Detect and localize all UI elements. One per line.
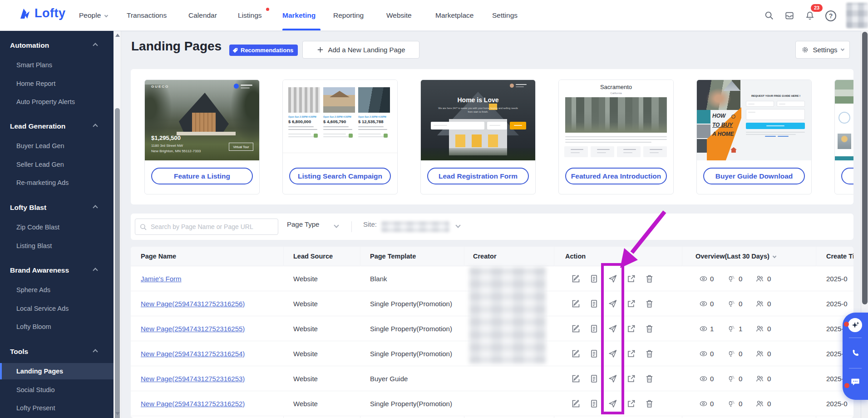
page-scrollbar-thumb[interactable] (862, 32, 868, 304)
share-icon[interactable] (626, 399, 636, 408)
settings-button[interactable]: Settings (795, 41, 850, 59)
avatar[interactable] (846, 3, 868, 28)
copy-icon[interactable] (589, 324, 599, 333)
search-input[interactable] (151, 219, 276, 234)
partial-template-button[interactable] (841, 168, 853, 184)
copy-icon[interactable] (589, 374, 599, 383)
sidebar-section-tools[interactable]: Tools (10, 345, 105, 358)
page-name-link[interactable]: New Page(259474312752316253) (141, 366, 245, 391)
delete-icon[interactable] (645, 349, 654, 358)
sidebar-item-landing-pages[interactable]: Landing Pages (0, 363, 113, 379)
search-box[interactable] (135, 219, 278, 235)
nav-item-reporting[interactable]: Reporting (333, 0, 364, 31)
copy-icon[interactable] (589, 299, 599, 309)
nav-item-marketing[interactable]: Marketing (282, 0, 316, 31)
chat-icon[interactable] (850, 377, 860, 387)
send-icon[interactable] (608, 349, 617, 358)
buyer-guide-download-button[interactable]: Buyer Guide Download (703, 168, 805, 184)
phone-icon[interactable] (850, 348, 860, 358)
sidebar-item-buyer-lead-gen[interactable]: Buyer Lead Gen (0, 138, 113, 154)
site-dropdown-value-blurred[interactable] (381, 221, 449, 232)
bell-icon[interactable] (805, 10, 815, 20)
copy-icon[interactable] (589, 399, 599, 408)
sidebar-item-local-service-ads[interactable]: Local Service Ads (0, 300, 113, 317)
send-icon[interactable] (608, 399, 617, 408)
send-icon[interactable] (608, 299, 617, 309)
nav-item-settings[interactable]: Settings (492, 0, 518, 31)
recommendations-badge[interactable]: Recommendations (229, 45, 298, 56)
delete-icon[interactable] (645, 274, 654, 284)
delete-icon[interactable] (645, 299, 654, 309)
sort-chevron-icon[interactable] (773, 254, 776, 258)
page-type-dropdown[interactable]: Page Type (287, 220, 319, 228)
sidebar-item-zip-code-blast[interactable]: Zip Code Blast (0, 219, 113, 235)
nav-item-listings[interactable]: Listings (238, 0, 262, 31)
sidebar-item-home-report[interactable]: Home Report (0, 75, 113, 92)
delete-icon[interactable] (645, 399, 654, 408)
share-icon[interactable] (626, 349, 636, 358)
send-icon[interactable] (608, 274, 617, 284)
share-icon[interactable] (626, 274, 636, 284)
sidebar-item-re-marketing-ads[interactable]: Re-marketing Ads (0, 174, 113, 191)
nav-item-website[interactable]: Website (386, 0, 412, 31)
lead-registration-form-button[interactable]: Lead Registration Form (427, 168, 529, 184)
help-icon[interactable]: ? (825, 10, 836, 21)
sidebar-item-lofty-bloom[interactable]: Lofty Bloom (0, 318, 113, 335)
inbox-icon[interactable] (784, 10, 794, 20)
delete-icon[interactable] (645, 374, 654, 383)
views-eye-icon (699, 299, 708, 308)
copy-icon[interactable] (589, 274, 599, 284)
listing-price-2: $ 4,605,790 (323, 119, 346, 124)
ai-assistant-button[interactable] (848, 318, 862, 332)
edit-icon[interactable] (571, 399, 581, 408)
sidebar-section-lofty-blast[interactable]: Lofty Blast (10, 201, 105, 214)
col-overview[interactable]: Overview(Last 30 Days) (695, 247, 776, 266)
sidebar-item-lofty-present[interactable]: Lofty Present (0, 400, 113, 416)
chevron-down-icon[interactable] (455, 223, 460, 228)
edit-icon[interactable] (571, 374, 581, 383)
edit-icon[interactable] (571, 349, 581, 358)
page-name-link[interactable]: New Page(259474312752316254) (141, 341, 245, 366)
sidebar-item-smart-plans[interactable]: Smart Plans (0, 57, 113, 73)
nav-item-marketplace[interactable]: Marketplace (435, 0, 473, 31)
share-icon[interactable] (626, 299, 636, 309)
nav-item-calendar[interactable]: Calendar (188, 0, 217, 31)
nav-item-people[interactable]: People (79, 0, 108, 31)
send-icon[interactable] (608, 324, 617, 333)
sidebar-section-lead-generation[interactable]: Lead Generation (10, 119, 105, 133)
sidebar-item-sphere-ads[interactable]: Sphere Ads (0, 282, 113, 298)
send-icon[interactable] (608, 374, 617, 383)
sidebar-item-social-studio[interactable]: Social Studio (0, 382, 113, 398)
featured-area-introduction-button[interactable]: Featured Area Introduction (565, 168, 667, 184)
scroll-down-arrow[interactable] (115, 412, 120, 415)
listing-search-campaign-button[interactable]: Listing Search Campaign (289, 168, 391, 184)
scroll-up-arrow[interactable] (115, 34, 120, 37)
copy-icon[interactable] (589, 349, 599, 358)
add-landing-page-button[interactable]: Add a New Landing Page (302, 41, 419, 59)
lofty-logo[interactable]: Lofty (19, 6, 65, 20)
sidebar-scrollbar-thumb[interactable] (115, 108, 120, 418)
page-name-link[interactable]: New Page(259474312752316252) (141, 391, 245, 416)
search-icon[interactable] (764, 10, 774, 20)
edit-icon[interactable] (571, 274, 581, 284)
edit-icon[interactable] (571, 324, 581, 333)
page-name-link[interactable]: Jamie's Form (141, 266, 182, 291)
sidebar-item-listing-blast[interactable]: Listing Blast (0, 238, 113, 254)
sidebar-scrollbar[interactable] (113, 31, 121, 418)
edit-icon[interactable] (571, 299, 581, 309)
preview-input (777, 101, 805, 107)
sidebar-section-automation[interactable]: Automation (10, 39, 105, 52)
sidebar-item-auto-property-alerts[interactable]: Auto Property Alerts (0, 94, 113, 110)
sidebar-section-brand-awareness[interactable]: Brand Awareness (10, 264, 105, 277)
sidebar-item-seller-lead-gen[interactable]: Seller Lead Gen (0, 156, 113, 173)
share-icon[interactable] (626, 374, 636, 383)
leads-people-icon (755, 374, 764, 383)
feature-a-listing-button[interactable]: Feature a Listing (151, 168, 253, 184)
delete-icon[interactable] (645, 324, 654, 333)
page-name-link[interactable]: New Page(259474312752316255) (141, 316, 245, 341)
page-name-link[interactable]: New Page(259474312752316256) (141, 291, 245, 316)
chevron-down-icon[interactable] (334, 223, 339, 228)
site-dropdown-label[interactable]: Site: (363, 220, 377, 228)
share-icon[interactable] (626, 324, 636, 333)
nav-item-transactions[interactable]: Transactions (127, 0, 167, 31)
